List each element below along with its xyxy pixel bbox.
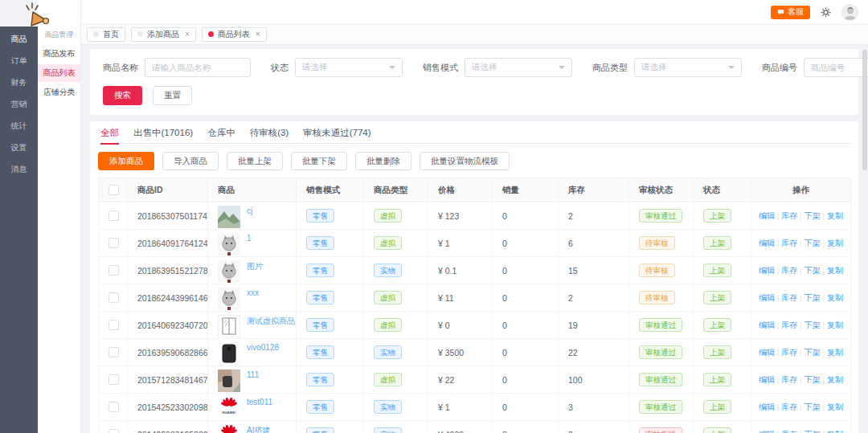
row-checkbox[interactable]: [108, 402, 119, 412]
row-checkbox[interactable]: [108, 265, 119, 276]
toolbar-button-3[interactable]: 批量下架: [291, 152, 347, 170]
select-all-checkbox[interactable]: [108, 185, 119, 195]
row-action-edit[interactable]: 编辑: [759, 375, 775, 384]
row-action-stock[interactable]: 库存: [781, 211, 797, 220]
row-action-take-down[interactable]: 下架: [805, 375, 821, 384]
user-avatar[interactable]: [841, 4, 858, 21]
toolbar-button-4[interactable]: 批量删除: [355, 152, 411, 170]
product-image: [218, 342, 240, 365]
status-tab-0[interactable]: 全部: [100, 121, 119, 144]
sidebar-item-6[interactable]: 消息: [0, 158, 38, 180]
toolbar-button-0[interactable]: 添加商品: [98, 152, 154, 170]
caret-down-icon: [389, 66, 395, 69]
vertical-scrollbar[interactable]: [862, 47, 867, 431]
filter-select-3[interactable]: 请选择: [634, 58, 742, 77]
status-tab-4[interactable]: 审核未通过(774): [303, 121, 371, 144]
row-action-take-down[interactable]: 下架: [805, 321, 821, 329]
filter-select-2[interactable]: 请选择: [465, 58, 572, 77]
row-checkbox[interactable]: [108, 374, 119, 385]
row-checkbox[interactable]: [108, 292, 119, 303]
row-action-copy[interactable]: 复制: [827, 211, 843, 220]
toolbar-button-5[interactable]: 批量设置物流模板: [420, 152, 510, 170]
action-separator: |: [800, 403, 801, 411]
product-name-link[interactable]: 1: [247, 234, 252, 243]
product-name-link[interactable]: test011: [247, 398, 272, 406]
row-action-copy[interactable]: 复制: [827, 402, 843, 411]
status-tab-3[interactable]: 待审核(3): [250, 121, 289, 144]
row-action-copy[interactable]: 复制: [827, 321, 843, 329]
sidebar-item-2[interactable]: 财务: [0, 71, 38, 93]
row-action-take-down[interactable]: 下架: [805, 293, 821, 302]
row-action-take-down[interactable]: 下架: [805, 211, 821, 220]
scrollbar-thumb[interactable]: [862, 50, 867, 170]
row-action-stock[interactable]: 库存: [781, 293, 797, 302]
sidebar-item-4[interactable]: 统计: [0, 115, 38, 137]
row-action-stock[interactable]: 库存: [781, 430, 797, 433]
row-action-edit[interactable]: 编辑: [759, 266, 775, 275]
row-action-edit[interactable]: 编辑: [759, 211, 775, 220]
row-checkbox[interactable]: [108, 320, 119, 330]
product-name-link[interactable]: 测试虚拟商品: [247, 316, 295, 327]
row-action-stock[interactable]: 库存: [781, 348, 797, 357]
product-name-link[interactable]: AI搭建: [247, 425, 270, 433]
row-action-take-down[interactable]: 下架: [805, 348, 821, 357]
product-name-link[interactable]: xxx: [247, 288, 259, 297]
action-separator: |: [823, 239, 825, 247]
sidebar-item-1[interactable]: 订单: [0, 50, 38, 71]
row-select-cell: [99, 421, 128, 433]
row-action-edit[interactable]: 编辑: [759, 239, 775, 247]
row-action-copy[interactable]: 复制: [827, 348, 843, 357]
product-name-link[interactable]: 111: [247, 370, 259, 379]
product-name-link[interactable]: cj: [247, 206, 252, 215]
row-action-stock[interactable]: 库存: [781, 266, 797, 275]
row-checkbox[interactable]: [108, 210, 119, 221]
submenu-item-1[interactable]: 商品列表: [38, 64, 80, 82]
submenu-item-0[interactable]: 商品发布: [38, 45, 80, 63]
row-action-copy[interactable]: 复制: [827, 293, 843, 302]
submenu-item-2[interactable]: 店铺分类: [38, 84, 80, 101]
row-action-edit[interactable]: 编辑: [759, 402, 775, 411]
row-action-edit[interactable]: 编辑: [759, 348, 775, 357]
page-tab-2[interactable]: 商品列表×: [202, 27, 267, 42]
row-action-stock[interactable]: 库存: [781, 239, 797, 247]
sidebar-item-5[interactable]: 设置: [0, 137, 38, 158]
page-tab-0[interactable]: 首页: [87, 27, 125, 42]
row-action-copy[interactable]: 复制: [827, 266, 843, 275]
toolbar-button-2[interactable]: 批量上架: [227, 152, 283, 170]
tab-close-icon[interactable]: ×: [256, 30, 260, 39]
row-action-copy[interactable]: 复制: [827, 375, 843, 384]
toolbar-button-1[interactable]: 导入商品: [162, 152, 219, 170]
filter-input-0[interactable]: [145, 58, 251, 77]
page-tab-1[interactable]: 添加商品×: [131, 27, 196, 42]
row-action-edit[interactable]: 编辑: [759, 293, 775, 302]
sidebar-item-3[interactable]: 营销: [0, 93, 38, 115]
row-action-stock[interactable]: 库存: [781, 375, 797, 384]
price: ¥ 1: [428, 394, 493, 421]
row-action-take-down[interactable]: 下架: [805, 239, 821, 247]
status-tab-1[interactable]: 出售中(17016): [133, 121, 193, 144]
row-action-edit[interactable]: 编辑: [759, 321, 775, 329]
row-action-take-down[interactable]: 下架: [805, 266, 821, 275]
row-checkbox[interactable]: [108, 238, 119, 248]
status-tab-2[interactable]: 仓库中: [207, 121, 235, 144]
row-action-copy[interactable]: 复制: [827, 430, 843, 433]
reset-button[interactable]: 重置: [153, 86, 192, 105]
row-action-copy[interactable]: 复制: [827, 239, 843, 247]
product-name-link[interactable]: vivo0128: [247, 343, 279, 352]
row-action-edit[interactable]: 编辑: [759, 430, 775, 433]
filter-select-1[interactable]: 请选择: [295, 58, 403, 77]
row-action-take-down[interactable]: 下架: [805, 402, 821, 411]
settings-gear-icon[interactable]: [821, 7, 831, 18]
filter-field-1: 状态请选择: [271, 58, 403, 77]
row-action-stock[interactable]: 库存: [781, 402, 797, 411]
row-checkbox[interactable]: [108, 347, 119, 357]
search-button[interactable]: 搜索: [103, 86, 142, 105]
row-action-take-down[interactable]: 下架: [805, 430, 821, 433]
row-checkbox[interactable]: [108, 429, 119, 433]
column-header-6: 库存: [559, 178, 629, 202]
tab-close-icon[interactable]: ×: [185, 30, 190, 39]
row-action-stock[interactable]: 库存: [781, 321, 797, 329]
filter-input-4[interactable]: [804, 58, 868, 77]
product-name-link[interactable]: 图片: [247, 261, 263, 272]
customer-service-button[interactable]: 客服: [771, 6, 810, 19]
